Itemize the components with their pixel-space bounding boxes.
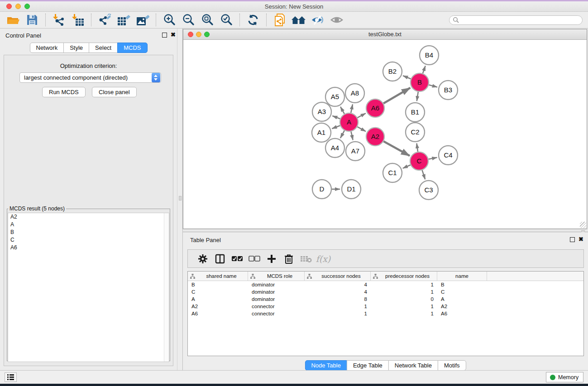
column-header-shared-name[interactable]: shared name xyxy=(188,272,248,281)
table-cell[interactable]: connector xyxy=(248,303,305,310)
search-input[interactable] xyxy=(449,15,583,25)
table-row[interactable]: A2connector11A2 xyxy=(188,303,583,310)
create-new-column-button[interactable] xyxy=(263,251,280,267)
table-row[interactable]: Cdominator41C xyxy=(188,288,583,295)
delete-table-button-disabled[interactable] xyxy=(297,251,315,267)
graph-edge-C-C2[interactable] xyxy=(416,143,418,152)
mcds-result-item[interactable]: B xyxy=(8,229,169,236)
mcds-result-item[interactable]: A6 xyxy=(8,244,169,252)
graph-edge-A-A3[interactable] xyxy=(332,116,340,119)
new-network-from-selection-button[interactable] xyxy=(270,13,289,27)
close-panel-icon[interactable]: ✖ xyxy=(578,236,583,243)
table-settings-button[interactable] xyxy=(194,251,211,267)
zoom-in-button[interactable] xyxy=(160,13,179,27)
scrollbar-track[interactable] xyxy=(164,213,169,362)
table-row[interactable]: Adominator80A xyxy=(188,295,583,303)
graph-edge-B-B1[interactable] xyxy=(417,92,418,101)
mcds-result-item[interactable]: C xyxy=(8,236,169,244)
table-cell[interactable]: B xyxy=(437,281,487,288)
show-graphics-details-button[interactable] xyxy=(327,13,346,27)
table-cell[interactable]: 0 xyxy=(371,295,437,303)
splitter-handle[interactable] xyxy=(179,196,182,200)
graph-edge-B-B2[interactable] xyxy=(403,76,411,79)
table-row[interactable]: A6connector11A6 xyxy=(188,310,583,317)
tab-select[interactable]: Select xyxy=(89,43,118,53)
close-panel-button[interactable]: Close panel xyxy=(92,87,137,97)
table-cell[interactable]: 1 xyxy=(305,303,371,310)
graph-edge-B-B3[interactable] xyxy=(429,85,437,87)
tab-motifs[interactable]: Motifs xyxy=(438,360,466,371)
tab-node-table[interactable]: Node Table xyxy=(305,360,347,371)
tab-network-table[interactable]: Network Table xyxy=(388,360,438,371)
close-network-window-button[interactable] xyxy=(188,32,193,37)
float-panel-icon[interactable] xyxy=(570,237,575,242)
table-cell[interactable]: C xyxy=(437,288,487,295)
graph-edge-A2-C[interactable] xyxy=(383,141,410,156)
show-task-history-button[interactable] xyxy=(5,372,17,382)
show-all-networks-button[interactable] xyxy=(289,13,308,27)
memory-status-button[interactable]: Memory xyxy=(546,372,583,382)
optimization-criterion-dropdown[interactable]: largest connected component (directed) xyxy=(19,72,161,83)
table-cell[interactable]: A2 xyxy=(188,303,248,310)
column-header-successor-nodes[interactable]: successor nodes xyxy=(305,272,371,281)
graph-edge-C-C3[interactable] xyxy=(422,170,425,179)
close-panel-icon[interactable]: ✖ xyxy=(171,31,176,38)
open-session-button[interactable] xyxy=(4,13,23,27)
graph-edge-C-C1[interactable] xyxy=(403,165,411,168)
mcds-result-list[interactable]: A2ABCA6 xyxy=(8,213,169,362)
maximize-window-button[interactable] xyxy=(24,4,30,9)
table-cell[interactable]: 4 xyxy=(305,281,371,288)
toggle-column-view-button[interactable] xyxy=(211,251,229,267)
table-cell[interactable]: 1 xyxy=(305,310,371,317)
minimize-window-button[interactable] xyxy=(15,4,21,9)
column-header-MCDS-role[interactable]: MCDS role xyxy=(248,272,305,281)
function-builder-button-disabled[interactable]: f(x) xyxy=(315,251,332,267)
table-cell[interactable]: C xyxy=(188,288,248,295)
export-network-button[interactable] xyxy=(95,13,114,27)
graph-edge-B-B4[interactable] xyxy=(423,66,425,74)
zoom-fit-button[interactable] xyxy=(198,13,217,27)
table-cell[interactable]: 8 xyxy=(305,295,371,303)
graph-edge-A-A2[interactable] xyxy=(357,127,366,131)
minimize-network-window-button[interactable] xyxy=(196,32,201,37)
deselect-all-columns-button[interactable] xyxy=(246,251,263,267)
graph-edge-A6-B[interactable] xyxy=(383,88,410,103)
graph-edge-A-A6[interactable] xyxy=(358,113,366,118)
graph-edge-A-A8[interactable] xyxy=(351,104,353,113)
import-network-button[interactable] xyxy=(49,13,68,27)
table-cell[interactable]: A xyxy=(188,295,248,303)
export-table-button[interactable] xyxy=(114,13,133,27)
resize-grip-icon[interactable] xyxy=(580,222,586,228)
run-mcds-button[interactable]: Run MCDS xyxy=(42,87,86,97)
table-cell[interactable]: A6 xyxy=(188,310,248,317)
tab-mcds[interactable]: MCDS xyxy=(117,43,147,53)
table-cell[interactable]: dominator xyxy=(248,295,305,303)
table-cell[interactable]: 1 xyxy=(371,281,437,288)
network-window-titlebar[interactable]: testGlobe.txt xyxy=(183,29,587,40)
zoom-selected-button[interactable] xyxy=(217,13,236,27)
table-cell[interactable]: A2 xyxy=(437,303,487,310)
maximize-network-window-button[interactable] xyxy=(204,32,210,37)
column-header-predecessor-nodes[interactable]: predecessor nodes xyxy=(371,272,437,281)
table-cell[interactable]: dominator xyxy=(248,288,305,295)
table-cell[interactable]: 1 xyxy=(371,310,437,317)
table-row[interactable]: Bdominator41B xyxy=(188,281,583,288)
tab-network[interactable]: Network xyxy=(29,43,64,53)
table-cell[interactable]: 4 xyxy=(305,288,371,295)
table-cell[interactable]: dominator xyxy=(248,281,305,288)
table-cell[interactable]: A xyxy=(437,295,487,303)
import-table-button[interactable] xyxy=(68,13,87,27)
graph-edge-A-A1[interactable] xyxy=(332,125,340,129)
table-cell[interactable]: B xyxy=(188,281,248,288)
table-cell[interactable]: 1 xyxy=(371,288,437,295)
column-header-name[interactable]: name xyxy=(437,272,487,281)
hide-graphics-details-button[interactable] xyxy=(308,13,327,27)
graph-edge-A-A7[interactable] xyxy=(351,132,353,140)
table-cell[interactable]: 1 xyxy=(371,303,437,310)
table-cell[interactable]: A6 xyxy=(437,310,487,317)
save-session-button[interactable] xyxy=(23,13,42,27)
mcds-result-item[interactable]: A xyxy=(8,221,169,229)
float-panel-icon[interactable] xyxy=(162,33,167,38)
close-window-button[interactable] xyxy=(6,4,12,9)
graph-edge-A-A5[interactable] xyxy=(340,107,344,114)
